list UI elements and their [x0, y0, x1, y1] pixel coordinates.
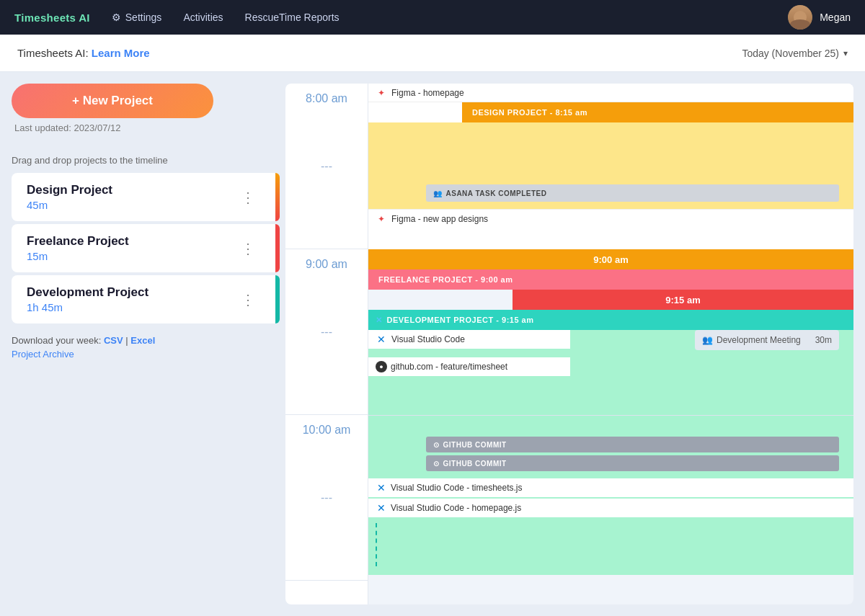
vscode-row3[interactable]: ✕ Visual Studio Code - homepage.js	[368, 499, 853, 517]
time-label-10am: 10:00 am	[303, 424, 351, 437]
9am-bar: 9:00 am	[368, 249, 853, 269]
figma-row2[interactable]: ✦ Figma - new app designs	[368, 209, 853, 228]
learn-more-link[interactable]: Learn More	[92, 47, 150, 59]
meeting-icon: 👥	[702, 335, 713, 345]
events-column: ✦ Figma - homepage DESIGN PROJECT - 8:15…	[368, 84, 853, 604]
dev-project-label: DEVELOPMENT PROJECT - 9:15 am	[387, 316, 534, 324]
github-row[interactable]: ● github.com - feature/timesheet	[368, 357, 570, 376]
design-project-label: DESIGN PROJECT - 8:15 am	[472, 108, 587, 117]
vscode-row3-label: Visual Studio Code - homepage.js	[391, 503, 521, 513]
dev-meeting-label: Development Meeting	[717, 335, 815, 345]
figma-icon-1: ✦	[376, 87, 387, 99]
subheader-title: Timesheets AI: Learn More	[17, 47, 150, 59]
github-icon: ●	[376, 361, 387, 372]
vscode-icon-2: ✕	[376, 482, 387, 494]
project-color-bar-design	[275, 173, 280, 221]
github-commit2[interactable]: ⊙ GITHUB COMMIT	[426, 455, 839, 471]
vscode-icon-1: ✕	[376, 334, 387, 345]
project-archive-link[interactable]: Project Archive	[12, 349, 280, 360]
project-time-design: 45m	[27, 199, 235, 211]
freelance-project-bar[interactable]: FREELANCE PROJECT - 9:00 am	[368, 269, 853, 290]
vscode-row2-label: Visual Studio Code - timesheets.js	[391, 483, 523, 493]
brand-logo[interactable]: Timesheets AI	[14, 12, 90, 24]
project-menu-design[interactable]: ⋮	[235, 186, 261, 209]
github-row-label: github.com - feature/timesheet	[391, 362, 507, 372]
figma-row1-label: Figma - homepage	[391, 88, 464, 98]
time-divider-3: ---	[321, 491, 332, 504]
new-project-button[interactable]: + New Project	[12, 84, 213, 118]
date-label: Today (November 25)	[742, 48, 839, 59]
excel-link[interactable]: Excel	[130, 335, 155, 346]
github-commit1[interactable]: ⊙ GITHUB COMMIT	[426, 437, 839, 452]
asana-task-bar[interactable]: 👥 ASANA TASK COMPLETED	[426, 184, 839, 202]
avatar[interactable]	[788, 5, 812, 30]
project-menu-dev[interactable]: ⋮	[235, 288, 261, 311]
project-time-dev: 1h 45m	[27, 301, 235, 313]
separator-10am	[368, 415, 853, 416]
figma-icon-2: ✦	[376, 213, 387, 225]
dev-meeting-card[interactable]: 👥 Development Meeting 30m	[695, 330, 839, 350]
vscode-row2[interactable]: ✕ Visual Studio Code - timesheets.js	[368, 478, 853, 497]
github-commit1-label: GITHUB COMMIT	[443, 441, 507, 449]
time-column: 8:00 am --- 9:00 am --- 10:00 am ---	[285, 84, 368, 604]
date-selector[interactable]: Today (November 25) ▾	[742, 48, 848, 59]
time-label-8am: 8:00 am	[306, 92, 347, 105]
figma-row1[interactable]: ✦ Figma - homepage	[368, 84, 853, 102]
project-time-freelance: 15m	[27, 250, 235, 262]
dev-meeting-duration: 30m	[815, 335, 832, 345]
time-divider-2: ---	[321, 326, 332, 339]
username-label: Megan	[820, 12, 851, 23]
csv-link[interactable]: CSV	[104, 335, 123, 346]
project-name-freelance: Freelance Project	[27, 234, 235, 249]
chevron-down-icon: ▾	[843, 48, 848, 58]
asana-task-label: ASANA TASK COMPLETED	[446, 189, 547, 197]
9am-bar-label: 9:00 am	[593, 254, 628, 265]
dashed-line	[376, 523, 377, 566]
drag-hint-label: Drag and drop projects to the timeline	[12, 155, 280, 166]
nav-rescuetime[interactable]: RescueTime Reports	[245, 12, 340, 23]
topnav-right: Megan	[788, 5, 851, 30]
freelance-project-label: FREELANCE PROJECT - 9:00 am	[378, 275, 513, 284]
subheader-prefix: Timesheets AI:	[17, 47, 92, 59]
design-project-bar[interactable]: DESIGN PROJECT - 8:15 am	[462, 102, 853, 122]
last-updated-label: Last updated: 2023/07/12	[14, 122, 280, 133]
time-slot-8am: 8:00 am ---	[285, 84, 368, 249]
project-color-bar-freelance	[275, 224, 280, 272]
nav-settings[interactable]: ⚙ Settings	[112, 12, 162, 23]
dev-project-bar[interactable]: ✕ DEVELOPMENT PROJECT - 9:15 am	[368, 310, 853, 330]
nav-activities[interactable]: Activities	[183, 12, 223, 23]
left-panel: + New Project Last updated: 2023/07/12 D…	[12, 84, 285, 604]
asana-icon: 👥	[433, 189, 443, 197]
time-divider-1: ---	[321, 160, 332, 173]
time-slot-9am: 9:00 am ---	[285, 249, 368, 415]
github-commit1-icon: ⊙	[433, 441, 440, 449]
vscode-row1-label: Visual Studio Code	[391, 334, 465, 344]
vscode-icon-3: ✕	[376, 502, 387, 514]
figma-row2-label: Figma - new app designs	[391, 214, 488, 224]
topnav: Timesheets AI ⚙ Settings Activities Resc…	[0, 0, 865, 35]
project-card-dev[interactable]: Development Project 1h 45m ⋮	[12, 275, 280, 323]
timeline-panel: 8:00 am --- 9:00 am --- 10:00 am --- ✦ F…	[285, 84, 853, 604]
download-prefix: Download your week:	[12, 335, 104, 346]
events-wrapper: ✦ Figma - homepage DESIGN PROJECT - 8:15…	[368, 84, 853, 604]
vscode-row1[interactable]: ✕ Visual Studio Code	[368, 330, 570, 349]
github-commit2-label: GITHUB COMMIT	[443, 460, 507, 468]
subheader: Timesheets AI: Learn More Today (Novembe…	[0, 35, 865, 72]
project-card-freelance[interactable]: Freelance Project 15m ⋮	[12, 224, 280, 272]
915-bar: 9:15 am	[513, 290, 853, 310]
github-commit2-icon: ⊙	[433, 460, 440, 468]
time-label-9am: 9:00 am	[306, 258, 347, 271]
gear-icon: ⚙	[112, 12, 121, 23]
time-slot-10am: 10:00 am ---	[285, 415, 368, 581]
vscode-icon-dev-bar: ✕	[376, 316, 383, 325]
915-bar-label: 9:15 am	[665, 295, 700, 305]
project-menu-freelance[interactable]: ⋮	[235, 237, 261, 260]
project-name-design: Design Project	[27, 183, 235, 197]
download-section: Download your week: CSV | Excel Project …	[12, 335, 280, 360]
project-card-design[interactable]: Design Project 45m ⋮	[12, 173, 280, 221]
project-name-dev: Development Project	[27, 285, 235, 300]
main-layout: + New Project Last updated: 2023/07/12 D…	[0, 72, 865, 616]
project-color-bar-dev	[275, 275, 280, 323]
